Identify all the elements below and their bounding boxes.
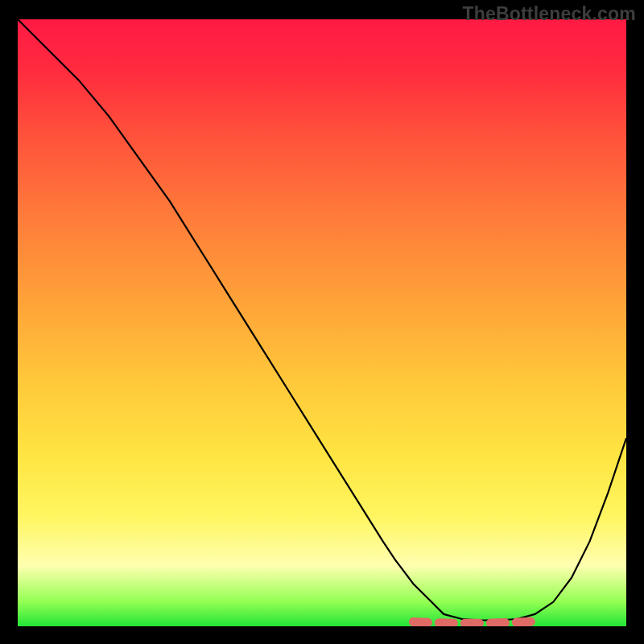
optimal-zone-highlight — [413, 621, 541, 624]
chart-svg — [18, 19, 626, 626]
watermark-text: TheBottleneck.com — [462, 3, 636, 25]
bottleneck-curve — [18, 19, 626, 621]
chart-frame — [18, 19, 626, 626]
